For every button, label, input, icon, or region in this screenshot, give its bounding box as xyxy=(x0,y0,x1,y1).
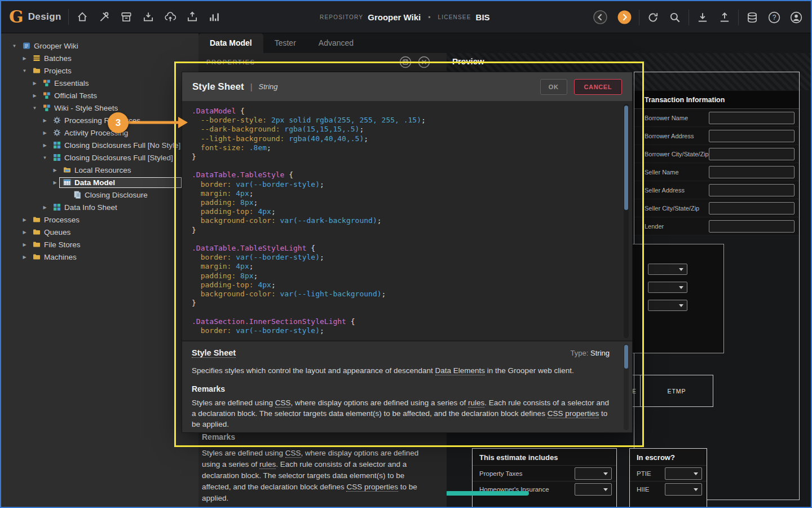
user-icon[interactable] xyxy=(789,11,803,24)
tree-item-wiki-style-sheets[interactable]: ▼Wiki - Style Sheets xyxy=(1,102,198,114)
dropdown[interactable] xyxy=(648,300,687,311)
tree-item-processes[interactable]: ▶Processes xyxy=(1,213,198,226)
help-scrollbar[interactable] xyxy=(624,344,629,430)
dropdown[interactable] xyxy=(575,483,612,496)
expand-icon[interactable]: ▶ xyxy=(41,205,49,210)
help-header-row: Style Sheet Type: String xyxy=(192,348,610,358)
tools-icon[interactable] xyxy=(98,10,111,24)
property-name-link[interactable]: Style Sheet xyxy=(192,348,236,358)
save-circle-icon[interactable] xyxy=(399,55,412,69)
tree-item-official-tests[interactable]: ▶Official Tests xyxy=(1,89,198,102)
tree-item-label: Wiki - Style Sheets xyxy=(54,104,118,112)
field-input-borrower-city-state-zip[interactable] xyxy=(709,148,795,160)
tree-item-activity-processing[interactable]: ▶Activity Processing xyxy=(1,126,198,139)
expand-icon[interactable]: ▶ xyxy=(20,230,29,235)
expand-icon[interactable]: ▶ xyxy=(41,118,49,123)
tree-item-label: Queues xyxy=(44,228,70,237)
tab-tester[interactable]: Tester xyxy=(263,33,307,53)
cubes-icon xyxy=(43,91,51,99)
code-line xyxy=(192,161,619,170)
refresh-icon[interactable] xyxy=(646,11,660,24)
tree-item-processing-resources[interactable]: ▶Processing Resources xyxy=(1,114,198,126)
doc-link[interactable]: CSS properties xyxy=(548,409,599,418)
collapse-icon[interactable]: ▼ xyxy=(20,68,29,73)
expand-icon[interactable]: ▶ xyxy=(30,81,39,86)
field-input-seller-city-state-zip[interactable] xyxy=(709,202,795,214)
folder-icon xyxy=(33,216,41,224)
tree-item-file-stores[interactable]: ▶File Stores xyxy=(1,238,198,251)
export-icon[interactable] xyxy=(186,10,199,24)
dropdown[interactable] xyxy=(648,264,687,275)
field-input-borrower-name[interactable] xyxy=(709,112,795,124)
tree-item-local-resources[interactable]: ▶Local Resources xyxy=(1,164,198,176)
doc-link[interactable]: rules xyxy=(259,460,276,469)
dropdown[interactable] xyxy=(665,467,702,480)
cloud-upload-icon[interactable] xyxy=(164,10,177,24)
import-icon[interactable] xyxy=(142,10,155,24)
help-scrollbar-thumb[interactable] xyxy=(624,345,628,369)
chart-icon[interactable] xyxy=(208,10,221,24)
tree-item-batches[interactable]: ▶Batches xyxy=(1,52,198,64)
expand-icon[interactable]: ▶ xyxy=(41,143,49,148)
doc-link[interactable]: CSS xyxy=(275,398,291,408)
expand-icon[interactable]: ▶ xyxy=(20,217,29,222)
field-label: Seller Name xyxy=(645,169,679,176)
help-icon[interactable]: ? xyxy=(767,11,781,24)
expand-icon[interactable]: ▶ xyxy=(20,242,29,247)
tree-item-essentials[interactable]: ▶Essentials xyxy=(1,77,198,89)
tree-item-machines[interactable]: ▶Machines xyxy=(1,251,198,263)
tree-item-closing-disclosures-full-styled[interactable]: ▼Closing Disclosures Full [Styled] xyxy=(1,151,198,164)
dialog-header: Style Sheet | String OK CANCEL xyxy=(182,72,632,102)
preview-horizontal-scrollbar[interactable] xyxy=(447,491,529,496)
download-icon[interactable] xyxy=(696,11,709,24)
property-help-panel: Style Sheet Type: String Specifies style… xyxy=(182,340,632,432)
doc-link[interactable]: CSS xyxy=(285,449,301,458)
remarks-heading: Remarks xyxy=(202,432,235,441)
field-input-seller-name[interactable] xyxy=(709,166,795,178)
tree-item-label: File Stores xyxy=(44,240,81,249)
tree-item-closing-disclosure[interactable]: Closing Disclosure xyxy=(1,189,198,201)
property-type: Type: String xyxy=(571,349,610,357)
code-scrollbar-thumb[interactable] xyxy=(624,106,628,210)
code-line: } xyxy=(192,226,619,235)
save-icon[interactable] xyxy=(120,10,133,24)
field-input-seller-address[interactable] xyxy=(709,184,795,196)
doc-link[interactable]: CSS properties xyxy=(346,483,398,492)
back-icon[interactable] xyxy=(592,10,608,25)
dropdown[interactable] xyxy=(648,282,687,293)
cancel-button[interactable]: CANCEL xyxy=(574,79,622,95)
dropdown[interactable] xyxy=(575,467,612,480)
upload-icon[interactable] xyxy=(718,11,731,24)
search-icon[interactable] xyxy=(668,11,682,24)
remarks-heading: Remarks xyxy=(192,384,610,393)
field-input-lender[interactable] xyxy=(709,220,795,233)
expand-icon[interactable]: ▶ xyxy=(30,93,39,98)
tree-item-data-info-sheet[interactable]: ▶Data Info Sheet xyxy=(1,201,198,213)
expand-icon[interactable]: ▶ xyxy=(20,56,29,61)
home-icon[interactable] xyxy=(76,10,89,24)
collapse-icon[interactable]: ▼ xyxy=(41,155,49,160)
tree-item-queues[interactable]: ▶Queues xyxy=(1,226,198,238)
expand-icon[interactable]: ▶ xyxy=(51,180,59,185)
tree-item-projects[interactable]: ▼Projects xyxy=(1,64,198,77)
code-scrollbar[interactable] xyxy=(624,104,629,338)
collapse-icon[interactable]: ▼ xyxy=(30,106,39,111)
tab-advanced[interactable]: Advanced xyxy=(307,33,365,53)
dropdown[interactable] xyxy=(665,483,702,496)
tree-item-grooper-wiki[interactable]: ▼Grooper Wiki xyxy=(1,40,198,52)
stack-icon[interactable] xyxy=(745,11,759,24)
expand-icon[interactable]: ▶ xyxy=(51,168,59,173)
tree-item-data-model[interactable]: ▶Data Model xyxy=(1,176,198,189)
tree-item-closing-disclosures-full-no-style[interactable]: ▶Closing Disclosures Full [No Style] xyxy=(1,139,198,151)
collapse-icon[interactable]: ▼ xyxy=(10,43,19,49)
forward-icon[interactable] xyxy=(616,10,632,25)
tab-data-model[interactable]: Data Model xyxy=(198,33,263,53)
expand-icon[interactable]: ▶ xyxy=(41,130,49,135)
expand-icon[interactable]: ▶ xyxy=(20,255,29,260)
css-code-editor[interactable]: .DataModel { --border-style: 2px solid r… xyxy=(182,102,632,340)
close-circle-icon[interactable] xyxy=(417,55,431,69)
ok-button[interactable]: OK xyxy=(540,79,567,95)
doc-link[interactable]: Data Elements xyxy=(435,366,486,375)
field-input-borrower-address[interactable] xyxy=(709,130,795,142)
doc-link[interactable]: rules xyxy=(468,398,484,408)
